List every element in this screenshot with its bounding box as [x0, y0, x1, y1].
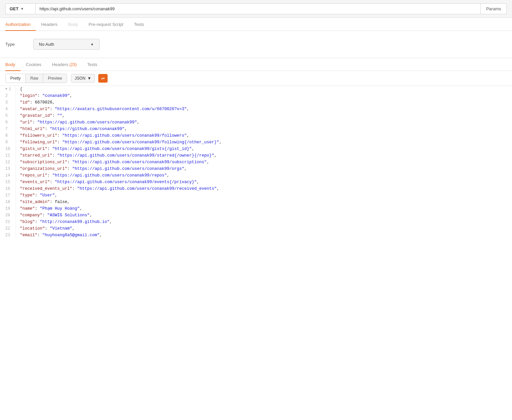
resp-tab-body[interactable]: Body — [5, 58, 21, 71]
wrap-button[interactable]: ⇌ — [98, 74, 108, 83]
table-row: 22 "location": "Vietnam", — [0, 225, 512, 232]
type-label: Type — [5, 42, 25, 47]
url-input[interactable] — [35, 3, 481, 14]
table-row: 16 "received_events_url": "https://api.g… — [0, 185, 512, 192]
table-row: ▼1{ — [0, 86, 512, 93]
table-row: 3 "id": 6670026, — [0, 99, 512, 106]
tab-authorization[interactable]: Authorization — [5, 18, 36, 31]
format-chevron-icon: ▼ — [87, 76, 91, 81]
table-row: 21 "blog": "http://conanak99.github.io", — [0, 219, 512, 225]
table-row: 14 "repos_url": "https://api.github.com/… — [0, 172, 512, 179]
json-body: ▼1{2 "login": "conanak99",3 "id": 667002… — [0, 86, 512, 239]
table-row: 8 "followers_url": "https://api.github.c… — [0, 132, 512, 139]
table-row: 19 "name": "Phạm Huy Hoàng", — [0, 205, 512, 212]
tab-body[interactable]: Body — [63, 18, 83, 31]
raw-button[interactable]: Raw — [26, 74, 43, 83]
table-row: 7 "html_url": "https://github.com/conana… — [0, 126, 512, 132]
resp-tab-headers[interactable]: Headers (23) — [47, 58, 82, 71]
table-row: 4 "avatar_url": "https://avatars.githubu… — [0, 106, 512, 112]
auth-type-dropdown[interactable]: No Auth ▼ — [33, 39, 100, 50]
resp-tab-tests[interactable]: Tests — [82, 58, 103, 71]
auth-dropdown-chevron-icon: ▼ — [90, 42, 94, 46]
tab-tests[interactable]: Tests — [128, 18, 149, 31]
auth-type-value: No Auth — [39, 42, 54, 47]
request-bar: GET ▼ Params — [0, 0, 512, 18]
tab-headers[interactable]: Headers — [36, 18, 63, 31]
params-button[interactable]: Params — [481, 3, 507, 14]
table-row: 12 "subscriptions_url": "https://api.git… — [0, 159, 512, 166]
table-row: 10 "gists_url": "https://api.github.com/… — [0, 146, 512, 152]
pretty-button[interactable]: Pretty — [6, 74, 26, 83]
format-btn-group: Pretty Raw Preview — [5, 74, 67, 83]
method-chevron-icon: ▼ — [21, 7, 24, 11]
response-toolbar: Pretty Raw Preview JSON ▼ ⇌ — [0, 71, 512, 86]
table-row: 11 "starred_url": "https://api.github.co… — [0, 152, 512, 159]
table-row: 17 "type": "User", — [0, 192, 512, 199]
collapse-arrow-icon[interactable]: ▼ — [5, 86, 7, 93]
method-selector[interactable]: GET ▼ — [5, 3, 35, 14]
table-row: 13 "organizations_url": "https://api.git… — [0, 166, 512, 172]
format-select[interactable]: JSON ▼ — [71, 74, 95, 83]
table-row: 20 "company": "ASWIG Solutions", — [0, 212, 512, 219]
table-row: 2 "login": "conanak99", — [0, 93, 512, 99]
table-row: 15 "events_url": "https://api.github.com… — [0, 179, 512, 185]
table-row: 5 "gravatar_id": "", — [0, 112, 512, 119]
table-row: 23 "email": "huyhoang8a5@gmail.com", — [0, 232, 512, 239]
tab-pre-request-script[interactable]: Pre-request Script — [83, 18, 129, 31]
response-tabs: Body Cookies Headers (23) Tests — [0, 58, 512, 71]
format-value: JSON — [75, 76, 85, 81]
auth-section: Type No Auth ▼ — [0, 31, 512, 58]
headers-badge: (23) — [69, 62, 76, 67]
table-row: 6 "url": "https://api.github.com/users/c… — [0, 119, 512, 126]
resp-tab-cookies[interactable]: Cookies — [21, 58, 47, 71]
method-text: GET — [10, 6, 19, 11]
request-tabs: Authorization Headers Body Pre-request S… — [0, 18, 512, 31]
table-row: 9 "following_url": "https://api.github.c… — [0, 139, 512, 146]
table-row: 18 "site_admin": false, — [0, 199, 512, 205]
wrap-icon: ⇌ — [101, 76, 105, 81]
preview-button[interactable]: Preview — [43, 74, 67, 83]
